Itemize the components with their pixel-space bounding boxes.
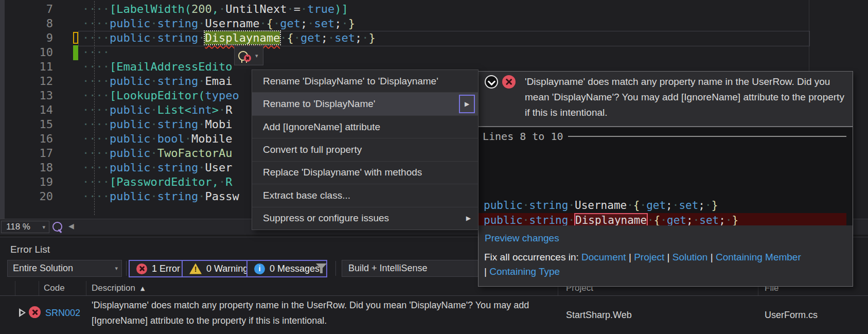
fix-all-link-containing-member[interactable]: Containing Member — [716, 252, 801, 262]
line-number: 18 — [0, 161, 53, 175]
rule-line — [568, 136, 846, 137]
panel-title: Error List — [10, 244, 50, 255]
fix-all-link-project[interactable]: Project — [634, 252, 664, 262]
toolbar-separator — [335, 261, 336, 276]
scope-dropdown-value: Entire Solution — [8, 263, 115, 274]
line-number: 12 — [0, 74, 53, 89]
fix-all-prefix: Fix all occurrences in: — [484, 252, 581, 262]
chevron-right-icon: ▶ — [465, 100, 469, 108]
intellisense-filter-value: Build + IntelliSense — [342, 263, 491, 274]
menu-item-6[interactable]: Extract base class... — [252, 184, 478, 207]
chevron-down-icon: ▾ — [115, 265, 121, 272]
errors-filter-button[interactable]: 1 Error — [129, 260, 188, 277]
chevron-down-icon: ▾ — [255, 52, 262, 59]
link-separator: | — [711, 252, 716, 262]
line-number: 15 — [0, 117, 53, 132]
submenu-expand-button[interactable]: ▶ — [459, 95, 475, 113]
code-line-10[interactable]: 10···· — [0, 45, 868, 60]
error-description: 'Displayname' does match any property na… — [92, 297, 578, 328]
messages-filter-button[interactable]: 0 Messages — [246, 260, 327, 277]
error-code-link[interactable]: SRN002 — [45, 308, 80, 319]
expand-chevron-icon[interactable] — [485, 75, 498, 89]
error-file: UserForm.cs — [765, 310, 818, 321]
error-icon — [136, 263, 147, 274]
menu-item-label: Suppress or configure issues — [263, 213, 389, 224]
popup-actions: Preview changes Fix all occurrences in: … — [479, 225, 853, 286]
error-icon — [29, 306, 41, 318]
preview-code-line-removed: public·string·Displayname·{·get;·set;·} — [479, 213, 846, 225]
link-separator: | — [484, 266, 489, 277]
menu-item-7[interactable]: Suppress or configure issues▶ — [252, 207, 478, 230]
chevron-down-icon: ▾ — [42, 224, 49, 231]
change-mark-modified — [73, 32, 78, 44]
scope-dropdown[interactable]: Entire Solution ▾ — [7, 260, 122, 277]
fix-all-link-solution[interactable]: Solution — [672, 252, 708, 262]
code-preview: Lines 8 to 10 public·string·Username·{·g… — [479, 127, 853, 225]
warnings-filter-label: 0 Warnings — [206, 263, 253, 274]
line-number: 8 — [0, 16, 53, 31]
fix-all-link-containing-type[interactable]: Containing Type — [489, 266, 560, 277]
menu-item-1[interactable]: Rename 'DisplayName' to 'Displayname' — [252, 70, 478, 93]
diff-removed-identifier: Displayname — [574, 213, 648, 225]
warning-icon — [189, 263, 202, 274]
quick-actions-menu: Rename 'DisplayName' to 'Displayname'Ren… — [252, 69, 479, 230]
row-expander-icon[interactable] — [19, 308, 26, 317]
line-number: 7 — [0, 2, 53, 16]
line-number: 14 — [0, 103, 53, 117]
menu-item-label: Extract base class... — [263, 190, 350, 201]
scroll-left-arrow-icon[interactable]: ◀ — [68, 222, 74, 230]
line-number: 20 — [0, 189, 53, 204]
menu-item-label: Rename 'DisplayName' to 'Displayname' — [263, 76, 438, 87]
analyzer-preview-popup: 'Displayname' does match any property na… — [478, 71, 853, 287]
line-number: 10 — [0, 45, 53, 60]
code-line-9[interactable]: 9····public·string·Displayname·{·get;·se… — [0, 31, 868, 45]
error-project: StartSharp.Web — [566, 310, 632, 321]
fix-all-occurrences: Fix all occurrences in: Document | Proje… — [484, 250, 844, 279]
link-separator: | — [667, 252, 672, 262]
lines-range-label: Lines 8 to 10 — [483, 130, 563, 143]
header-blank — [0, 281, 15, 295]
lightbulb-button[interactable]: ▾ — [234, 46, 263, 65]
preview-code-line-none: public·string·Username·{·get;·set;·} — [479, 198, 846, 213]
menu-item-5[interactable]: Replace 'Displayname' with methods — [252, 162, 478, 184]
link-separator: | — [629, 252, 634, 262]
toolbar-separator — [126, 261, 127, 276]
line-number: 17 — [0, 146, 53, 161]
rename-highlight[interactable]: Displayname — [205, 31, 280, 44]
code-line-8[interactable]: 8····public·string·Username·{·get;·set;·… — [0, 16, 868, 31]
line-number: 9 — [0, 31, 53, 45]
code-line-7[interactable]: 7····[LabelWidth(200,·UntilNext·=·true)] — [0, 2, 868, 16]
error-badge-icon — [244, 55, 251, 62]
line-number: 16 — [0, 132, 53, 146]
change-mark-saved — [73, 45, 78, 60]
line-number: 13 — [0, 89, 53, 103]
chevron-right-icon: ▶ — [466, 215, 471, 222]
line-number: 19 — [0, 175, 53, 189]
diagnostic-message: 'Displayname' does match any property na… — [525, 74, 848, 120]
preview-changes-link[interactable]: Preview changes — [485, 233, 559, 244]
menu-item-3[interactable]: Add [IgnoreName] attribute — [252, 116, 478, 138]
error-icon — [502, 75, 516, 89]
header-icon-col — [15, 281, 39, 295]
menu-item-2[interactable]: Rename to 'DisplayName'▶ — [252, 93, 478, 115]
menu-item-label: Add [IgnoreName] attribute — [263, 121, 380, 133]
line-number: 11 — [0, 60, 53, 74]
menu-item-label: Replace 'Displayname' with methods — [263, 167, 422, 178]
menu-item-label: Rename to 'DisplayName' — [263, 98, 375, 110]
zoom-dropdown[interactable]: 118 % ▾ — [1, 221, 49, 233]
header-code[interactable]: Code — [39, 281, 86, 295]
sort-ascending-icon: ▲ — [140, 285, 145, 292]
intellisense-filter-dropdown[interactable]: Build + IntelliSense — [342, 260, 492, 277]
document-health-icon[interactable] — [52, 222, 62, 232]
zoom-level: 118 % — [2, 222, 42, 232]
menu-item-label: Convert to full property — [263, 144, 362, 155]
fix-all-link-document[interactable]: Document — [581, 252, 626, 262]
info-icon — [254, 263, 265, 274]
menu-item-4[interactable]: Convert to full property — [252, 138, 478, 161]
error-table-row[interactable]: SRN002 'Displayname' does match any prop… — [0, 296, 868, 334]
visual-studio-window: 7····[LabelWidth(200,·UntilNext·=·true)]… — [0, 0, 868, 334]
messages-filter-label: 0 Messages — [270, 263, 320, 274]
errors-filter-label: 1 Error — [152, 263, 180, 274]
